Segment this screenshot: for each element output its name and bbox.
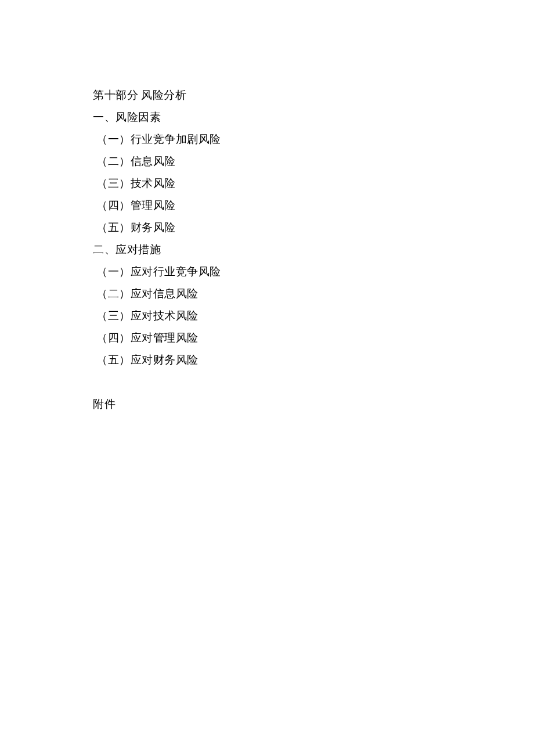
list-item: （五）财务风险 — [93, 217, 441, 239]
list-item: （二）应对信息风险 — [93, 283, 441, 305]
group-heading: 一、风险因素 — [93, 106, 441, 128]
appendix-label: 附件 — [93, 393, 441, 415]
list-item: （一）行业竞争加剧风险 — [93, 128, 441, 150]
group-heading: 二、应对措施 — [93, 239, 441, 261]
list-item: （三）应对技术风险 — [93, 305, 441, 327]
section-title: 第十部分 风险分析 — [93, 84, 441, 106]
list-item: （五）应对财务风险 — [93, 349, 441, 371]
document-content: 第十部分 风险分析 一、风险因素 （一）行业竞争加剧风险 （二）信息风险 （三）… — [93, 84, 441, 415]
list-item: （三）技术风险 — [93, 172, 441, 195]
list-item: （一）应对行业竞争风险 — [93, 261, 441, 283]
list-item: （二）信息风险 — [93, 150, 441, 172]
list-item: （四）管理风险 — [93, 195, 441, 217]
list-item: （四）应对管理风险 — [93, 327, 441, 349]
